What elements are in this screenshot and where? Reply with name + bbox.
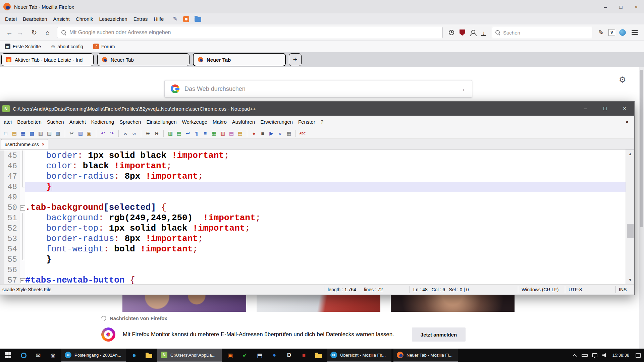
firefox-restore-button[interactable]: □ — [613, 0, 629, 13]
open-file-icon[interactable]: ▤ — [10, 129, 18, 137]
scroll-down-arrow-icon[interactable]: ▼ — [626, 276, 634, 284]
npp-menu-fenster[interactable]: Fenster — [296, 118, 318, 126]
code-text[interactable]: background: rgb(249,249,250) !important; — [25, 213, 626, 223]
save-icon[interactable]: ▦ — [19, 129, 27, 137]
sync-horizontal-icon[interactable]: ▤ — [175, 129, 183, 137]
fold-margin[interactable] — [20, 275, 25, 284]
code-line-54[interactable]: 54 font-weight: bold !important; — [0, 244, 626, 254]
tray-overflow-chevron-icon[interactable] — [570, 349, 580, 362]
close-all-docs-icon[interactable]: ▨ — [45, 129, 53, 137]
npp-minimize-button[interactable]: – — [576, 102, 595, 116]
folder2-icon[interactable] — [311, 349, 326, 362]
taskbar-clock[interactable]: 15:38:38 — [610, 349, 632, 362]
browser-tab-3[interactable]: Neuer Tab — [193, 53, 285, 66]
red-app-icon[interactable]: ■ — [297, 349, 311, 362]
code-text[interactable] — [25, 192, 626, 202]
code-line-50[interactable]: 50.tab-background[selected] { — [0, 202, 626, 213]
code-text[interactable]: color: black !important; — [25, 161, 626, 171]
document-tab-userchrome[interactable]: userChrome.css × — [1, 139, 48, 149]
print-icon[interactable]: ▧ — [54, 129, 62, 137]
zoom-out-icon[interactable]: ⊖ — [153, 129, 161, 137]
browser-tab-1[interactable]: Aktiver Tab - blaue Leiste - Ind — [1, 53, 94, 66]
save-all-icon[interactable]: ▩ — [28, 129, 36, 137]
extension-v-icon[interactable]: V — [606, 27, 617, 38]
code-line-56[interactable]: 56 — [0, 265, 626, 275]
code-text[interactable] — [25, 265, 626, 275]
code-text[interactable]: border-radius: 8px !important; — [25, 234, 626, 244]
folder-addon-icon[interactable] — [195, 17, 201, 22]
fold-margin[interactable] — [20, 202, 25, 213]
npp-menu-help[interactable]: ? — [318, 118, 326, 126]
code-line-57[interactable]: 57#tabs-newtab-button { — [0, 275, 626, 284]
antivirus-icon[interactable]: ✔ — [237, 349, 252, 362]
top-site-thumbnail[interactable] — [122, 295, 246, 312]
dictionary-app-icon[interactable]: D — [282, 349, 297, 362]
undo-icon[interactable]: ↶ — [99, 129, 107, 137]
task-firefox-uebersicht[interactable]: ✉Übersicht - Mozilla Fir... — [327, 349, 391, 362]
record-macro-icon[interactable]: ● — [250, 129, 258, 137]
npp-restore-button[interactable]: □ — [595, 102, 615, 116]
paste-icon[interactable]: ▣ — [85, 129, 93, 137]
notes-app-icon[interactable]: ▤ — [252, 349, 267, 362]
npp-menu-atei[interactable]: atei — [1, 118, 14, 126]
npp-menu-bearbeiten[interactable]: Bearbeiten — [14, 118, 44, 126]
folder-workspace-icon[interactable]: ▤ — [236, 129, 244, 137]
npp-menu-ansicht[interactable]: Ansicht — [67, 118, 89, 126]
history-icon[interactable] — [446, 27, 457, 38]
task-thunderbird-inbox[interactable]: ✉Posteingang - 2002An... — [61, 349, 126, 362]
explorer-icon[interactable] — [142, 349, 156, 362]
npp-menu-makro[interactable]: Makro — [210, 118, 229, 126]
home-button[interactable]: ⌂ — [42, 27, 53, 38]
edge-icon[interactable]: e — [127, 349, 142, 362]
code-line-53[interactable]: 53 border-radius: 8px !important; — [0, 234, 626, 244]
code-text[interactable]: border: 1px solid black !important; — [25, 150, 626, 161]
newtab-settings-gear-icon[interactable]: ⚙ — [619, 75, 626, 84]
code-text[interactable]: #tabs-newtab-button { — [25, 275, 626, 284]
scrollbar-thumb[interactable] — [627, 224, 634, 238]
firefox-menu-hilfe[interactable]: Hilfe — [151, 15, 167, 23]
cortana-icon[interactable] — [16, 349, 31, 362]
new-file-icon[interactable]: □ — [2, 129, 10, 137]
code-text[interactable]: } — [25, 254, 626, 265]
orange-app-icon[interactable]: ▣ — [223, 349, 237, 362]
search-bar[interactable] — [492, 27, 592, 38]
new-tab-button[interactable]: + — [289, 53, 302, 66]
code-line-55[interactable]: 55 } — [0, 254, 626, 265]
code-editor[interactable]: 45 border: 1px solid black !important;46… — [0, 149, 634, 284]
firefox-menu-bearbeiten[interactable]: Bearbeiten — [20, 15, 50, 23]
npp-menu-sprachen[interactable]: Sprachen — [117, 118, 144, 126]
code-text[interactable]: border-radius: 8px !important; — [25, 171, 626, 182]
code-line-48[interactable]: 48 } — [0, 182, 626, 192]
cut-icon[interactable]: ✂ — [68, 129, 76, 137]
blue-app-icon[interactable]: ● — [267, 349, 282, 362]
npp-menu-suchen[interactable]: Suchen — [44, 118, 67, 126]
code-text[interactable]: border-top: 1px solid black !important; — [25, 223, 626, 234]
menu-button[interactable] — [629, 27, 640, 38]
npp-close-button[interactable]: × — [615, 102, 634, 116]
scroll-up-arrow-icon[interactable]: ▲ — [626, 149, 634, 158]
battery-icon[interactable] — [580, 349, 590, 362]
redo-icon[interactable]: ↷ — [108, 129, 116, 137]
ublock-shield-icon[interactable] — [457, 27, 468, 38]
search-submit-arrow-icon[interactable]: → — [459, 84, 466, 93]
editor-vertical-scrollbar[interactable]: ▲ ▼ — [626, 149, 634, 284]
network-display-icon[interactable] — [590, 349, 600, 362]
doc-list-icon[interactable]: ▤ — [227, 129, 235, 137]
pencil-icon[interactable]: ✎ — [173, 15, 177, 22]
top-site-thumbnail[interactable] — [391, 295, 515, 312]
start-button[interactable] — [0, 349, 16, 362]
search-input[interactable] — [503, 30, 589, 36]
npp-menu-kodierung[interactable]: Kodierung — [89, 118, 117, 126]
user-language-icon[interactable]: ▦ — [210, 129, 218, 137]
code-line-49[interactable]: 49 — [0, 192, 626, 202]
top-site-thumbnail[interactable] — [257, 295, 380, 312]
npp-menu-ausf-hren[interactable]: Ausführen — [229, 118, 258, 126]
sync-vertical-icon[interactable]: ▥ — [166, 129, 174, 137]
web-search-input[interactable] — [184, 85, 453, 93]
bookmark-forum[interactable]: fForum — [93, 44, 115, 49]
replace-icon[interactable]: ∞ — [130, 129, 138, 137]
document-close-x-icon[interactable]: × — [625, 118, 629, 126]
bookmark-about-config[interactable]: ⊕about:config — [51, 44, 83, 50]
firefox-menu-extras[interactable]: Extras — [130, 15, 151, 23]
code-text[interactable]: .tab-background[selected] { — [25, 202, 626, 213]
